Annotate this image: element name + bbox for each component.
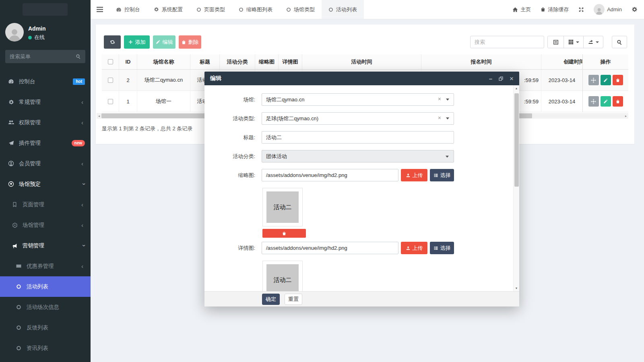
clear-cache-button[interactable]: 清除缓存 (541, 6, 569, 13)
col-header-detail[interactable]: 详情图 (279, 54, 302, 69)
col-header-id[interactable]: ID (119, 54, 137, 69)
detail-preview-image: 活动二 (266, 264, 299, 291)
refresh-button[interactable] (104, 35, 121, 49)
detail-path-input[interactable] (262, 242, 398, 254)
tab-page-type[interactable]: 页面类型 (190, 0, 232, 19)
col-header-time[interactable]: 活动时间 (302, 54, 421, 69)
dialog-scrollbar[interactable]: ▲ ▼ (513, 85, 519, 291)
table-search-input[interactable] (470, 36, 544, 48)
record-summary: 显示第 1 到第 2 条记录，总共 2 条记录 (102, 125, 192, 132)
user-menu[interactable]: Admin (594, 4, 622, 15)
dialog-footer: 确定 重置 (204, 291, 519, 306)
thumb-path-input[interactable] (262, 169, 398, 181)
sidebar-item-activity-session[interactable]: 活动场次信息 (0, 297, 91, 317)
scrollbar-thumb[interactable] (514, 93, 519, 187)
add-button[interactable]: 添加 (124, 35, 150, 49)
dialog-titlebar[interactable]: 编辑 – × (204, 72, 519, 85)
minimize-icon[interactable]: – (489, 76, 492, 82)
thumb-choose-button[interactable]: 选择 (430, 169, 454, 181)
sidebar-menu: 控制台 hot 常规管理 ‹ 权限管理 ‹ 插件管理 new 会员管理 ‹ 场馆… (0, 71, 91, 358)
circle-icon (239, 7, 244, 12)
drag-row-button[interactable] (588, 96, 599, 107)
caret-down-icon[interactable] (446, 99, 449, 101)
close-icon[interactable]: × (510, 75, 514, 82)
sidebar-item-coupon[interactable]: 优惠券管理 ‹ (0, 256, 91, 276)
row-checkbox[interactable] (108, 99, 113, 104)
edit-row-button[interactable] (601, 75, 611, 85)
tab-system-config[interactable]: 系统配置 (147, 0, 190, 19)
sidebar-item-venue-mgmt[interactable]: 场馆管理 ‹ (0, 215, 91, 235)
hot-badge: hot (73, 78, 85, 85)
row-checkbox[interactable] (108, 78, 113, 83)
cell-id: 2 (119, 70, 137, 90)
thumb-delete-button[interactable] (262, 229, 306, 238)
tab-activity-list[interactable]: 活动列表 (322, 0, 364, 19)
category-select[interactable]: 团体活动 (262, 150, 454, 162)
avatar (594, 4, 605, 15)
delete-row-button[interactable] (613, 75, 623, 85)
search-toggle-button[interactable] (612, 36, 627, 48)
settings-button[interactable] (632, 6, 638, 12)
sidebar-item-activity-list[interactable]: 活动列表 (0, 276, 91, 297)
sidebar-item-page-mgmt[interactable]: 页面管理 ‹ (0, 194, 91, 215)
columns-dropdown-button[interactable] (564, 36, 584, 48)
thumb-preview[interactable]: 活动二 (262, 188, 303, 226)
col-header-venue[interactable]: 场馆名称 (137, 54, 190, 69)
menu-search (5, 50, 85, 63)
avatar[interactable] (5, 23, 24, 41)
fullscreen-button[interactable] (578, 7, 584, 12)
venue-input[interactable] (262, 93, 454, 106)
caret-down-icon[interactable] (446, 117, 449, 119)
sidebar-item-marketing[interactable]: 营销管理 ‹ (0, 235, 91, 256)
menu-search-input[interactable] (10, 53, 76, 60)
chevron-down-icon: ‹ (80, 183, 86, 185)
sidebar-item-dashboard[interactable]: 控制台 hot (0, 71, 91, 92)
col-header-signup[interactable]: 报名时间 (421, 54, 541, 69)
scroll-right-arrow[interactable]: ▸ (623, 113, 628, 119)
sidebar-item-auth[interactable]: 权限管理 ‹ (0, 112, 91, 133)
sidebar-item-news[interactable]: 资讯列表 (0, 338, 91, 358)
restore-icon[interactable] (499, 76, 503, 81)
sidebar-item-addon[interactable]: 插件管理 new (0, 133, 91, 153)
delete-button[interactable]: 删除 (179, 35, 201, 49)
sidebar-item-venue-booking[interactable]: 场馆预定 ‹ (0, 174, 91, 194)
detail-preview[interactable]: 活动二 (262, 261, 303, 291)
delete-row-button[interactable] (613, 96, 623, 107)
ok-button[interactable]: 确定 (262, 294, 280, 305)
home-link[interactable]: 主页 (512, 6, 531, 13)
tab-dashboard[interactable]: 控制台 (109, 0, 147, 19)
topbar-right: 主页 清除缓存 Admin (512, 0, 644, 19)
drag-row-button[interactable] (588, 75, 599, 85)
detail-image-label: 详情图: (204, 242, 255, 254)
cell-venue: 场馆一 (137, 91, 190, 112)
toggle-view-button[interactable] (547, 36, 564, 48)
scroll-up-arrow[interactable]: ▲ (514, 85, 519, 91)
col-header-title[interactable]: 标题 (190, 54, 220, 69)
col-header-category[interactable]: 活动分类 (220, 54, 255, 69)
sidebar-item-general[interactable]: 常规管理 ‹ (0, 92, 91, 112)
activity-type-input[interactable] (262, 112, 454, 125)
col-header-thumb[interactable]: 缩略图 (255, 54, 279, 69)
edit-row-button[interactable] (601, 96, 611, 107)
scroll-down-arrow[interactable]: ▼ (514, 285, 519, 291)
thumb-upload-button[interactable]: 上传 (401, 169, 427, 181)
title-input[interactable] (262, 131, 454, 144)
home-icon (512, 7, 518, 12)
hamburger-menu-button[interactable] (91, 0, 109, 19)
edit-button[interactable]: 编辑 (153, 35, 175, 49)
tab-venue-type[interactable]: 场馆类型 (279, 0, 322, 19)
select-all-checkbox[interactable] (108, 59, 113, 64)
sidebar-item-member[interactable]: 会员管理 ‹ (0, 153, 91, 174)
clear-icon[interactable]: × (438, 115, 441, 121)
detail-choose-button[interactable]: 选择 (430, 242, 454, 254)
col-header-created[interactable]: 创建时间 (541, 54, 582, 69)
export-dropdown-button[interactable] (583, 36, 603, 48)
detail-upload-button[interactable]: 上传 (401, 242, 427, 254)
reset-button[interactable]: 重置 (285, 294, 302, 305)
clear-icon[interactable]: × (438, 96, 441, 102)
row-actions (583, 70, 628, 91)
scroll-left-arrow[interactable]: ◂ (97, 113, 101, 119)
sidebar-item-feedback[interactable]: 反馈列表 (0, 317, 91, 338)
sidebar-item-label: 资讯列表 (27, 345, 48, 352)
tab-thumb-list[interactable]: 缩略图列表 (232, 0, 279, 19)
